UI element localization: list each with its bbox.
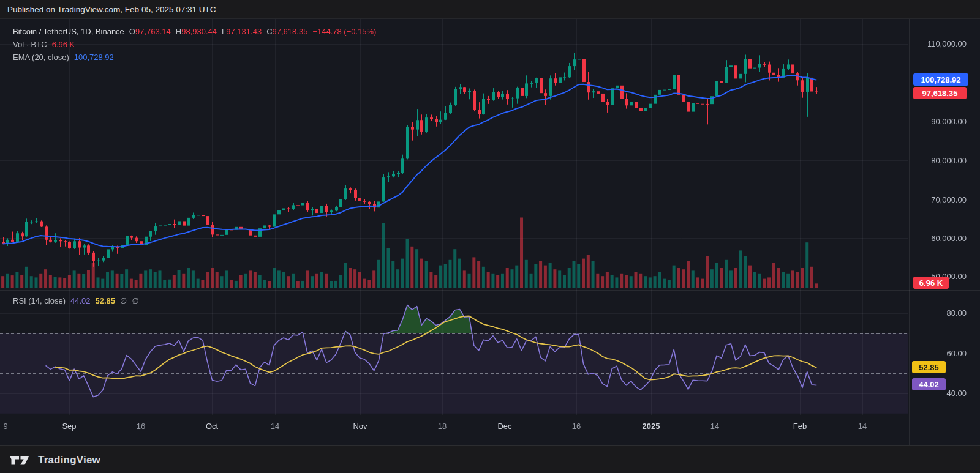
ema-label[interactable]: EMA (20, close)	[13, 53, 69, 62]
rsi-axis-label: 40.00	[946, 389, 967, 398]
rsi-axis-label: 80.00	[946, 308, 967, 318]
rsi-axis-badge: 52.85	[912, 361, 946, 373]
rsi-band-empty-icon: ∅	[132, 296, 138, 306]
ohlc-key: O	[129, 27, 135, 37]
rsi-axis-badge: 44.02	[912, 378, 946, 390]
price-axis-label: 80,000.00	[931, 156, 967, 166]
time-axis-label[interactable]: 16	[137, 420, 145, 433]
time-axis-label[interactable]: 9	[3, 420, 7, 433]
ema-value: 100,728.92	[74, 53, 114, 62]
rsi-ma-value: 52.85	[96, 296, 116, 306]
ohlc-value: 97,131.43	[226, 27, 262, 37]
ohlc-value: 97,618.35	[273, 27, 308, 37]
tradingview-snapshot: Published on TradingView.com, Feb 05, 20…	[0, 0, 980, 473]
time-axis-label[interactable]: Dec	[497, 420, 511, 433]
price-axis-badge: 97,618.35	[913, 87, 967, 99]
price-axis-label: 70,000.00	[931, 195, 967, 205]
ohlc-value: 97,763.14	[135, 27, 171, 37]
time-axis-label[interactable]: Nov	[353, 420, 367, 433]
time-axis-label[interactable]: 14	[858, 420, 867, 433]
ohlc-value: 98,930.44	[181, 27, 217, 37]
volume-value: 6.96 K	[52, 40, 75, 50]
time-axis-label[interactable]: Oct	[206, 420, 218, 433]
footer-bar: TradingView	[0, 445, 980, 473]
price-axis-label: 110,000.00	[927, 39, 967, 49]
rsi-label[interactable]: RSI (14, close)	[13, 296, 66, 306]
price-axis-label: 60,000.00	[931, 234, 967, 244]
ohlc-key: L	[222, 27, 226, 37]
time-axis-label[interactable]: 14	[271, 420, 279, 433]
rsi-axis-label: 60.00	[946, 349, 967, 359]
brand-wordmark[interactable]: TradingView	[38, 454, 100, 466]
chart-canvas[interactable]	[0, 0, 980, 473]
volume-legend-row[interactable]: Vol · BTC 6.96 K	[13, 40, 75, 50]
price-axis-badge: 6.96 K	[913, 277, 949, 289]
time-axis-label[interactable]: Feb	[793, 420, 807, 433]
volume-label[interactable]: Vol · BTC	[13, 40, 47, 50]
ema-legend-row[interactable]: EMA (20, close) 100,728.92	[13, 53, 114, 62]
time-axis-label[interactable]: 14	[710, 420, 719, 433]
time-axis[interactable]: 9Sep16Oct14Nov18Dec16202514Feb14	[0, 420, 908, 434]
ohlc-values: O97,763.14H98,930.44L97,131.43C97,618.35	[124, 27, 308, 37]
ohlc-key: H	[176, 27, 181, 37]
time-axis-label[interactable]: 18	[438, 420, 447, 433]
rsi-legend-row[interactable]: RSI (14, close) 44.02 52.85 ∅ ∅	[13, 296, 139, 306]
change-value: −144.78 (−0.15%)	[312, 27, 376, 37]
tradingview-logo-icon[interactable]	[9, 453, 32, 467]
time-axis-label[interactable]: 2025	[643, 420, 660, 433]
rsi-value: 44.02	[70, 296, 91, 306]
symbol-title[interactable]: Bitcoin / TetherUS, 1D, Binance	[13, 27, 124, 37]
published-bar: Published on TradingView.com, Feb 05, 20…	[0, 0, 980, 19]
price-axis-badge: 100,728.92	[913, 73, 968, 86]
ohlc-key: C	[266, 27, 272, 37]
time-axis-label[interactable]: Sep	[62, 420, 76, 433]
price-axis-label: 90,000.00	[931, 117, 967, 127]
rsi-band-empty-icon: ∅	[120, 296, 127, 306]
symbol-legend-row[interactable]: Bitcoin / TetherUS, 1D, Binance O97,763.…	[13, 27, 376, 37]
published-text: Published on TradingView.com, Feb 05, 20…	[7, 5, 216, 14]
time-axis-label[interactable]: 16	[572, 420, 581, 433]
